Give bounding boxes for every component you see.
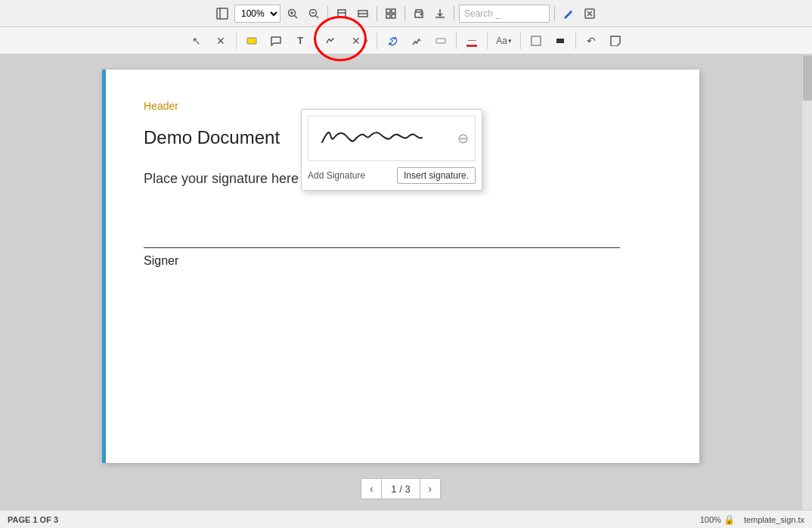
document-area: ⊖ Add Signature Insert signature. Header… [0, 54, 801, 510]
download-button[interactable] [431, 5, 449, 23]
svg-line-7 [316, 15, 319, 18]
document-signer-label: Signer [144, 254, 662, 268]
separator-t2-2 [315, 33, 316, 49]
zoom-control: 100% 75% 50% 125% 150% [234, 5, 280, 23]
whiteout-button[interactable] [525, 30, 547, 51]
vertical-scrollbar[interactable] [801, 54, 812, 510]
separator-1 [327, 6, 328, 21]
zoom-select[interactable]: 100% 75% 50% 125% 150% [234, 5, 280, 23]
cursor-tool-button[interactable]: ↖ [186, 30, 207, 51]
svg-rect-26 [436, 39, 445, 43]
redact-button[interactable] [550, 30, 571, 51]
zoom-in-button[interactable] [284, 5, 302, 23]
font-size-arrow: ▾ [508, 37, 512, 45]
pagination-control: ‹ 1 / 3 › [361, 478, 440, 499]
toolbar-second: ↖ ✕ T ✕ ▾ [0, 27, 812, 54]
statusbar-right: 100% 🔒 template_sign.tx [700, 514, 804, 525]
signature-delete-button[interactable]: ⊖ [457, 130, 469, 147]
signature-drawing [315, 120, 457, 157]
main-content-area: ⊖ Add Signature Insert signature. Header… [0, 54, 812, 510]
zoom-status: 100% 🔒 [700, 514, 735, 525]
previous-page-button[interactable]: ‹ [361, 478, 382, 499]
stamp-dropdown[interactable]: ✕ ▾ [345, 28, 372, 54]
color-line-button[interactable]: — [461, 30, 482, 51]
font-size-dropdown[interactable]: Aa ▾ [492, 33, 516, 48]
svg-rect-25 [247, 38, 256, 44]
signature-preview: ⊖ [308, 116, 476, 161]
comment-tool-button[interactable] [265, 30, 287, 51]
document-signature-line [144, 247, 620, 248]
svg-line-3 [295, 15, 298, 18]
svg-rect-13 [386, 9, 390, 13]
separator-t2-1 [236, 33, 237, 49]
svg-rect-0 [217, 8, 228, 19]
svg-rect-14 [392, 9, 395, 13]
insert-signature-button[interactable]: Insert signature. [397, 167, 476, 184]
svg-rect-9 [338, 10, 346, 17]
link-tool-button[interactable] [382, 30, 403, 51]
color-indicator [466, 45, 477, 47]
grid-view-button[interactable] [382, 5, 400, 23]
zoom-out-button[interactable] [305, 5, 323, 23]
lock-icon: 🔒 [724, 514, 735, 525]
status-bar: PAGE 1 OF 3 100% 🔒 template_sign.tx [0, 510, 812, 528]
print-button[interactable] [410, 5, 428, 23]
svg-rect-16 [392, 14, 395, 18]
separator-t2-4 [456, 33, 457, 49]
separator-t2-5 [487, 33, 488, 49]
line-icon: — [468, 35, 476, 44]
undo-button[interactable]: ↶ [581, 30, 602, 51]
search-input[interactable] [459, 5, 550, 23]
stamp-dropdown-arrow: ▾ [364, 37, 368, 45]
toolbar-top: 100% 75% 50% 125% 150% [0, 0, 812, 27]
separator-t2-6 [520, 33, 521, 49]
highlight-tool-button[interactable] [241, 30, 262, 51]
svg-rect-28 [556, 39, 564, 43]
stamp-tool-button[interactable]: ✕ [349, 30, 364, 51]
signature-popup: ⊖ Add Signature Insert signature. [301, 109, 482, 191]
separator-t2-7 [575, 33, 576, 49]
edit-mode-button[interactable] [581, 5, 599, 23]
font-size-label: Aa [496, 36, 507, 46]
pen-mode-button[interactable] [559, 5, 578, 23]
signature-footer: Add Signature Insert signature. [308, 167, 476, 184]
separator-5 [554, 6, 555, 21]
add-signature-label: Add Signature [308, 170, 365, 181]
fit-width-button[interactable] [354, 5, 372, 23]
scrollbar-thumb[interactable] [803, 55, 812, 101]
svg-point-18 [420, 14, 422, 15]
separator-4 [454, 6, 454, 21]
fit-page-button[interactable] [333, 5, 351, 23]
sidebar-toggle-button[interactable] [213, 5, 231, 23]
signature-tool-button[interactable] [321, 30, 342, 51]
next-page-button[interactable]: › [420, 478, 441, 499]
eraser-tool-button[interactable] [430, 30, 451, 51]
svg-line-21 [571, 11, 572, 11]
separator-t2-3 [377, 33, 377, 49]
svg-rect-27 [532, 36, 541, 45]
zoom-value: 100% [700, 515, 721, 524]
page-status: PAGE 1 OF 3 [8, 515, 58, 524]
page-info: 1 / 3 [382, 478, 419, 499]
freehand-tool-button[interactable] [406, 30, 427, 51]
sticky-note-button[interactable] [605, 30, 626, 51]
close-tool-button[interactable]: ✕ [210, 30, 231, 51]
separator-2 [377, 6, 377, 21]
separator-3 [404, 6, 405, 21]
text-tool-button[interactable]: T [290, 30, 311, 51]
filename: template_sign.tx [744, 515, 804, 524]
svg-rect-15 [386, 14, 390, 18]
